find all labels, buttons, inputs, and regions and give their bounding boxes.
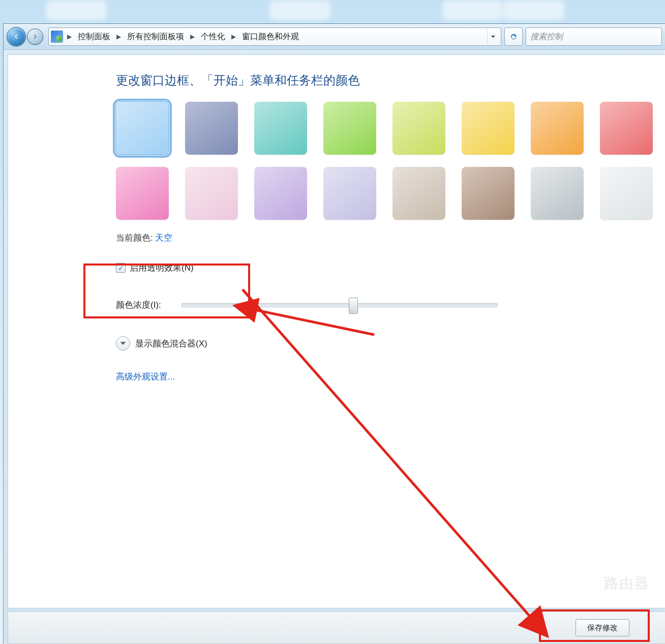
transparency-label: 启用透明效果(N) xyxy=(130,262,194,274)
page-title: 更改窗口边框、「开始」菜单和任务栏的颜色 xyxy=(116,72,665,89)
color-swatch-sea[interactable] xyxy=(254,102,307,155)
color-mixer-expander[interactable]: 显示颜色混合器(X) xyxy=(116,336,665,350)
color-swatch-sun[interactable] xyxy=(462,102,515,155)
color-swatch-frost[interactable] xyxy=(600,167,653,220)
address-bar[interactable]: ▶ 控制面板 ▶ 所有控制面板项 ▶ 个性化 ▶ 窗口颜色和外观 xyxy=(48,27,501,46)
color-swatch-leaf[interactable] xyxy=(323,102,376,155)
save-button[interactable]: 保存修改 xyxy=(576,619,629,636)
color-swatch-grid xyxy=(116,102,665,220)
search-input[interactable]: 搜索控制 xyxy=(526,27,662,46)
current-color-value: 天空 xyxy=(155,233,172,243)
breadcrumb-sep-icon: ▶ xyxy=(229,33,238,40)
intensity-label: 颜色浓度(I): xyxy=(116,299,161,311)
mixer-label: 显示颜色混合器(X) xyxy=(135,338,207,349)
breadcrumb-sep-icon: ▶ xyxy=(114,33,123,40)
arrow-right-icon xyxy=(31,32,40,41)
bottom-action-bar: 保存修改 xyxy=(8,611,665,644)
color-swatch-lime[interactable] xyxy=(392,102,445,155)
refresh-button[interactable] xyxy=(504,27,523,46)
color-swatch-blush[interactable] xyxy=(185,167,238,220)
refresh-icon xyxy=(509,32,518,41)
color-swatch-slate[interactable] xyxy=(531,167,584,220)
breadcrumb-sep-icon: ▶ xyxy=(188,33,197,40)
color-swatch-twilight[interactable] xyxy=(185,102,238,155)
color-swatch-violet[interactable] xyxy=(254,167,307,220)
slider-thumb[interactable] xyxy=(349,298,358,314)
breadcrumb-item[interactable]: 控制面板 xyxy=(76,31,112,43)
intensity-slider[interactable] xyxy=(182,303,498,307)
desktop-background: ▶ 控制面板 ▶ 所有控制面板项 ▶ 个性化 ▶ 窗口颜色和外观 搜索控制 xyxy=(0,0,665,644)
chevron-down-icon xyxy=(119,340,127,347)
expand-button[interactable] xyxy=(116,336,130,350)
content-area: 更改窗口边框、「开始」菜单和任务栏的颜色 当前颜色: 天空 ✓ 启用透明效果(N… xyxy=(8,54,665,608)
watermark: 路由器 xyxy=(604,574,650,593)
breadcrumb-item[interactable]: 个性化 xyxy=(199,31,227,43)
chevron-down-icon xyxy=(491,34,496,39)
color-swatch-sky[interactable] xyxy=(116,102,169,155)
forward-button[interactable] xyxy=(27,28,43,45)
navigation-bar: ▶ 控制面板 ▶ 所有控制面板项 ▶ 个性化 ▶ 窗口颜色和外观 搜索控制 xyxy=(4,24,665,50)
transparency-checkbox-row[interactable]: ✓ 启用透明效果(N) xyxy=(116,262,665,274)
color-swatch-taupe[interactable] xyxy=(392,167,445,220)
color-swatch-ruby[interactable] xyxy=(600,102,653,155)
color-swatch-fuchsia[interactable] xyxy=(116,167,169,220)
breadcrumb-item[interactable]: 窗口颜色和外观 xyxy=(240,31,301,43)
current-color-label: 当前颜色: xyxy=(116,233,153,243)
advanced-appearance-link[interactable]: 高级外观设置... xyxy=(116,371,665,383)
color-swatch-pumpkin[interactable] xyxy=(531,102,584,155)
personalization-icon xyxy=(51,31,63,43)
color-swatch-chocolate[interactable] xyxy=(462,167,515,220)
address-dropdown[interactable] xyxy=(487,29,499,44)
color-swatch-lavender[interactable] xyxy=(323,167,376,220)
intensity-row: 颜色浓度(I): xyxy=(116,299,665,311)
back-button[interactable] xyxy=(7,27,26,46)
arrow-left-icon xyxy=(12,32,21,41)
breadcrumb-sep-icon: ▶ xyxy=(65,33,74,40)
search-placeholder: 搜索控制 xyxy=(530,32,563,42)
checkbox-icon[interactable]: ✓ xyxy=(116,263,126,273)
current-color-row: 当前颜色: 天空 xyxy=(116,232,665,244)
save-button-label: 保存修改 xyxy=(587,623,618,633)
breadcrumb-item[interactable]: 所有控制面板项 xyxy=(125,31,186,43)
control-panel-window: ▶ 控制面板 ▶ 所有控制面板项 ▶ 个性化 ▶ 窗口颜色和外观 搜索控制 xyxy=(3,23,665,644)
